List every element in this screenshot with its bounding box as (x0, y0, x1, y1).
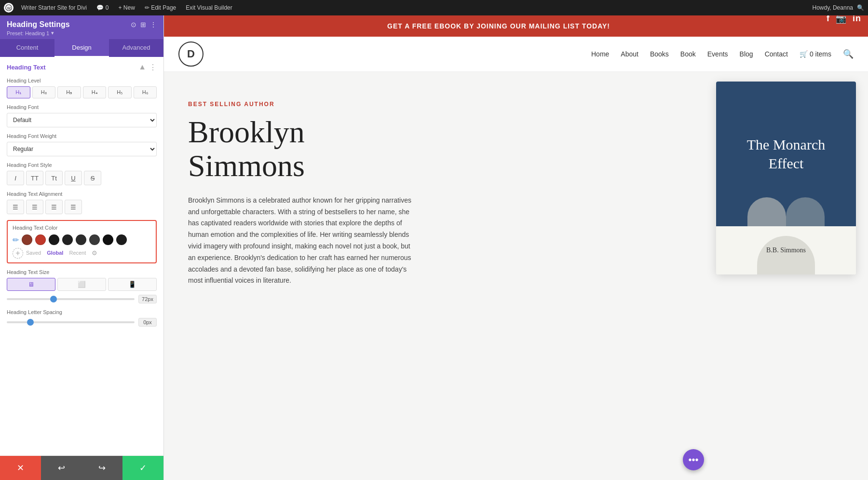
tab-advanced[interactable]: Advanced (109, 39, 163, 57)
size-slider-row: 72px (7, 295, 157, 303)
book-card: The Monarch Effect B.B. Simmons (716, 82, 856, 274)
color-swatch-1[interactable] (22, 234, 32, 245)
h1-button[interactable]: H₁ (7, 86, 30, 98)
admin-bar: W Writer Starter Site for Divi 💬 0 + New… (0, 0, 868, 15)
h5-button[interactable]: H₅ (108, 86, 132, 98)
site-name-text: Writer Starter Site for Divi (21, 4, 87, 11)
cancel-button[interactable]: ✕ (0, 456, 41, 480)
desktop-size-button[interactable]: 🖥 (7, 278, 55, 291)
author-name: Brooklyn Simmons (188, 115, 690, 183)
nav-home[interactable]: Home (591, 50, 609, 58)
wp-logo[interactable]: W (4, 3, 14, 13)
nav-cart[interactable]: 🛒 0 items (800, 50, 831, 58)
h2-button[interactable]: H₂ (32, 86, 56, 98)
comments-link[interactable]: 💬 0 (95, 4, 111, 11)
instagram-icon[interactable]: 📷 (836, 15, 847, 24)
main-layout: Heading Settings ⊙ ⊞ ⋮ Preset: Heading 1… (0, 15, 868, 480)
new-link[interactable]: + New (117, 4, 137, 11)
book-cover-shapes (716, 197, 856, 226)
cart-icon: 🛒 (800, 50, 808, 58)
tablet-size-button[interactable]: ⬜ (57, 278, 106, 291)
underline-button[interactable]: U (65, 171, 82, 185)
uppercase-button[interactable]: TT (26, 171, 43, 185)
color-tabs: Saved Global Recent ⚙ (26, 249, 97, 257)
sidebar: Heading Settings ⊙ ⊞ ⋮ Preset: Heading 1… (0, 15, 164, 480)
align-justify-button[interactable]: ☰ (65, 200, 82, 214)
nav-about[interactable]: About (621, 50, 638, 58)
nav-search-icon[interactable]: 🔍 (843, 49, 854, 59)
saved-tab[interactable]: Saved (26, 250, 41, 256)
align-center-button[interactable]: ☰ (26, 200, 43, 214)
site-name-link[interactable]: Writer Starter Site for Divi (19, 4, 89, 11)
chevron-down-icon: ▾ (51, 30, 54, 36)
global-tab[interactable]: Global (47, 250, 63, 256)
settings-icon[interactable]: ⊙ (131, 21, 136, 28)
cart-count: 0 items (810, 50, 831, 58)
author-name-line1: Brooklyn (188, 115, 305, 149)
h6-button[interactable]: H₆ (134, 86, 157, 98)
color-swatch-6[interactable] (89, 234, 100, 245)
collapse-icon[interactable]: ▲ (138, 63, 146, 72)
add-color-button[interactable]: + (13, 248, 23, 259)
fab-button[interactable]: ••• (683, 449, 704, 470)
layout-icon[interactable]: ⊞ (140, 21, 146, 28)
section-controls: ▲ ⋮ (138, 63, 157, 72)
size-slider[interactable] (7, 298, 135, 300)
font-style-buttons: I TT Tt U S (7, 171, 157, 185)
font-weight-label: Heading Font Weight (7, 133, 157, 139)
color-swatch-7[interactable] (103, 234, 113, 245)
tab-content[interactable]: Content (0, 39, 54, 57)
comment-count: 0 (106, 4, 109, 11)
preset-selector[interactable]: Preset: Heading 1 ▾ (7, 30, 157, 36)
color-swatch-2[interactable] (35, 234, 46, 245)
color-swatch-4[interactable] (62, 234, 73, 245)
align-left-button[interactable]: ☰ (7, 200, 24, 214)
banner-text: GET A FREE EBOOK BY JOINING OUR MAILING … (387, 22, 610, 30)
more-options-icon[interactable]: ⋮ (149, 63, 157, 72)
font-style-label: Heading Font Style (7, 162, 157, 168)
book-title-line1: The Monarch (747, 135, 825, 154)
letter-spacing-slider[interactable] (7, 321, 135, 323)
nav-book[interactable]: Book (680, 50, 696, 58)
color-label: Heading Text Color (13, 225, 151, 231)
redo-button[interactable]: ↪ (82, 456, 123, 480)
font-select[interactable]: Default (7, 113, 157, 127)
color-swatch-5[interactable] (76, 234, 86, 245)
more-icon[interactable]: ⋮ (150, 21, 157, 28)
undo-button[interactable]: ↩ (41, 456, 82, 480)
sidebar-header-icons: ⊙ ⊞ ⋮ (131, 21, 157, 28)
author-name-line2: Simmons (188, 149, 305, 183)
strikethrough-button[interactable]: S (84, 171, 101, 185)
italic-button[interactable]: I (7, 171, 24, 185)
font-weight-select[interactable]: Regular (7, 142, 157, 156)
h3-button[interactable]: H₃ (57, 86, 81, 98)
save-button[interactable]: ✓ (122, 456, 163, 480)
arch-right (786, 197, 825, 226)
color-swatch-3[interactable] (49, 234, 59, 245)
search-icon[interactable]: 🔍 (857, 4, 864, 11)
nav-events[interactable]: Events (707, 50, 728, 58)
site-content: BEST SELLING AUTHOR Brooklyn Simmons Bro… (164, 72, 868, 480)
color-settings-icon[interactable]: ⚙ (92, 249, 97, 257)
book-cover: The Monarch Effect (716, 82, 856, 226)
align-right-button[interactable]: ☰ (45, 200, 63, 214)
eyedropper-icon[interactable]: ✏ (13, 235, 19, 245)
nav-contact[interactable]: Contact (765, 50, 788, 58)
linkedin-icon[interactable]: in (853, 15, 861, 24)
color-swatch-8[interactable] (116, 234, 127, 245)
site-banner: GET A FREE EBOOK BY JOINING OUR MAILING … (164, 15, 868, 37)
edit-page-link[interactable]: ✏ Edit Page (143, 4, 178, 11)
facebook-icon[interactable]: f (827, 15, 830, 24)
exit-builder-link[interactable]: Exit Visual Builder (184, 4, 234, 11)
mobile-size-button[interactable]: 📱 (108, 278, 157, 291)
h4-button[interactable]: H₄ (83, 86, 107, 98)
nav-links: Home About Books Book Events Blog Contac… (591, 49, 854, 59)
nav-books[interactable]: Books (650, 50, 669, 58)
tab-design[interactable]: Design (54, 39, 109, 57)
recent-tab[interactable]: Recent (69, 250, 86, 256)
book-panel: The Monarch Effect B.B. Simmons (714, 72, 868, 480)
preset-label: Preset: Heading 1 (7, 30, 49, 36)
svg-text:W: W (7, 6, 11, 11)
capitalize-button[interactable]: Tt (45, 171, 63, 185)
nav-blog[interactable]: Blog (740, 50, 753, 58)
